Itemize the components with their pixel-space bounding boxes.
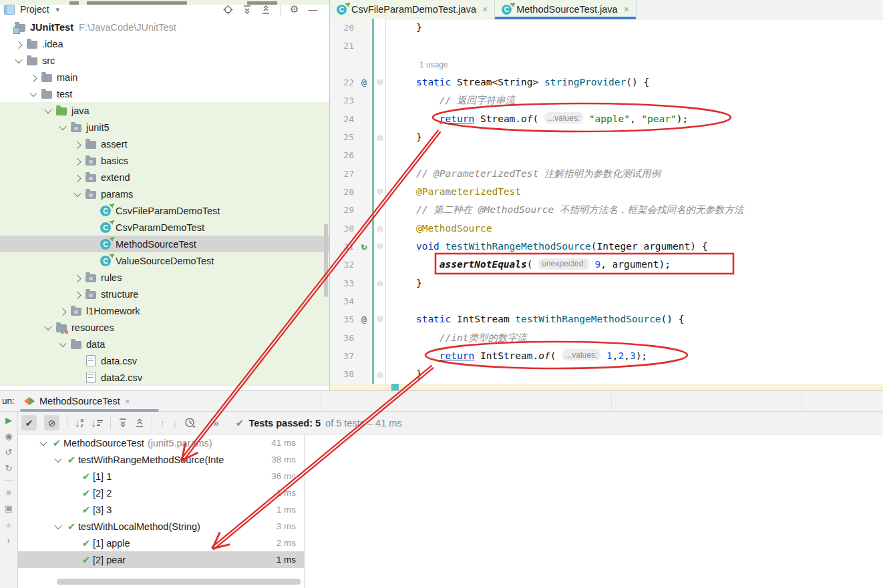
code-line-36[interactable]: 36 //int类型的数字流 — [330, 329, 883, 347]
chevron-right-icon[interactable] — [71, 141, 84, 147]
fold-marker[interactable] — [374, 365, 386, 383]
test-result-testwithlocalmethod-string-[interactable]: ✔testWithLocalMethod(String)3 ms — [18, 518, 304, 535]
chevron-down-icon[interactable] — [51, 457, 65, 463]
code-line-22[interactable]: 22@ static Stream<String> stringProvider… — [330, 73, 883, 91]
code-line-27[interactable]: 27 // @ParameterizedTest 注解指明为参数化测试用例 — [330, 165, 883, 183]
close-icon[interactable]: × — [482, 4, 488, 15]
thread-dump-icon[interactable]: ▣ — [5, 504, 13, 513]
chevron-right-icon[interactable] — [71, 275, 84, 280]
project-tree-item-junittest[interactable]: JUnitTestF:\JavaCode\JUnitTest — [0, 19, 329, 35]
project-tree-item-methodsourcetest[interactable]: CMethodSourceTest — [0, 236, 329, 252]
expand-all-icon[interactable] — [242, 5, 252, 15]
project-tree-item-src[interactable]: src — [0, 52, 329, 69]
chevron-right-icon[interactable] — [71, 158, 84, 164]
tree-horizontal-scrollbar[interactable] — [57, 579, 301, 585]
project-tree-item-csvparamdemotest[interactable]: CCsvParamDemoTest — [0, 219, 329, 236]
code-line-30[interactable]: 30 @MethodSource — [330, 220, 883, 238]
collapse-all-icon[interactable] — [261, 5, 271, 15]
code-line-21[interactable]: 21 — [330, 37, 883, 55]
settings-gear-icon[interactable]: ⚙ — [290, 3, 299, 15]
auto-test-icon[interactable]: ↺ — [5, 448, 13, 457]
test-result--2-pear[interactable]: ✔[2] pear1 ms — [18, 551, 304, 568]
tab-methodsourcetest[interactable]: C MethodSourceTest.java × — [495, 0, 637, 19]
collapse-all-icon[interactable] — [135, 418, 144, 428]
test-result-testwithrangemethodsource-inte[interactable]: ✔testWithRangeMethodSource(Inte38 ms — [18, 451, 304, 468]
tree-console-splitter[interactable] — [304, 434, 305, 588]
code-line-24[interactable]: 24 return Stream.of( ...values: "apple",… — [330, 110, 883, 128]
code-line-38[interactable]: 38 } — [330, 365, 883, 383]
run-tab-methodsourcetest[interactable]: MethodSourceTest × — [20, 391, 134, 411]
repeat-run-icon[interactable]: ↻ — [5, 464, 13, 473]
chevron-down-icon[interactable] — [56, 342, 69, 347]
code-line-33[interactable]: 33 } — [330, 274, 883, 292]
test-result--3-3[interactable]: ✔[3] 31 ms — [18, 501, 304, 518]
project-tree-item--idea[interactable]: .idea — [0, 35, 329, 52]
tab-csvfileparamdemotest[interactable]: C CsvFileParamDemoTest.java × — [330, 0, 495, 19]
chevron-down-icon[interactable] — [12, 58, 25, 63]
sort-alphabetically-icon[interactable]: ↓az — [75, 417, 83, 428]
fold-marker[interactable] — [374, 274, 386, 292]
project-tree-item-resources[interactable]: resources — [0, 319, 329, 336]
chevron-right-icon[interactable] — [12, 41, 25, 47]
code-line-23[interactable]: 23 // 返回字符串流 — [330, 91, 883, 109]
project-tree-item-test[interactable]: test — [0, 85, 329, 102]
test-passed-rerun-icon[interactable]: ↻ — [356, 238, 372, 256]
fold-marker[interactable] — [374, 128, 386, 146]
code-line-26[interactable]: 26 — [330, 146, 883, 164]
project-tree-item-valuesourcedemotest[interactable]: CValueSourceDemoTest — [0, 252, 329, 269]
chevron-right-icon[interactable] — [71, 292, 84, 297]
previous-failed-icon[interactable]: ↑ — [160, 417, 165, 428]
project-tree-item-params[interactable]: params — [0, 186, 329, 202]
chevron-down-icon[interactable] — [27, 91, 40, 97]
fold-marker[interactable] — [374, 183, 386, 201]
project-tree-item-java[interactable]: java — [0, 102, 329, 119]
fold-marker[interactable] — [374, 220, 386, 238]
code-line-20[interactable]: 20 } — [330, 19, 883, 37]
more-actions-icon[interactable]: » — [213, 417, 218, 428]
code-line-32[interactable]: 32 assertNotEquals( unexpected: 9, argum… — [330, 256, 883, 274]
chevron-right-icon[interactable] — [56, 308, 69, 314]
code-line-25[interactable]: 25 } — [330, 128, 883, 146]
chevron-down-icon[interactable] — [71, 192, 84, 197]
project-tree-item-extend[interactable]: extend — [0, 169, 329, 186]
locate-file-icon[interactable] — [223, 5, 233, 15]
code-line-29[interactable]: 29 // 第二种在 @MethodSource 不指明方法名，框架会找同名的无… — [330, 201, 883, 219]
project-tree-item-main[interactable]: main — [0, 69, 329, 85]
test-result--1-1[interactable]: ✔[1] 136 ms — [18, 468, 304, 485]
annotation-gutter-badge[interactable]: @ — [356, 310, 372, 328]
test-result--2-2[interactable]: ✔[2] 21 ms — [18, 485, 304, 501]
project-panel-title[interactable]: Project — [20, 4, 49, 15]
rerun-failed-icon[interactable]: ◉ — [5, 432, 12, 440]
chevron-right-icon[interactable] — [27, 75, 40, 80]
stop-icon[interactable]: ■ — [6, 488, 11, 497]
chevron-down-icon[interactable] — [41, 108, 55, 113]
test-result-methodsourcetest[interactable]: ✔MethodSourceTest(junit5.params)41 ms — [18, 434, 304, 451]
project-tree-item-data[interactable]: data — [0, 336, 329, 352]
usage-hint[interactable]: 1 usage — [393, 60, 448, 69]
chevron-down-icon[interactable] — [56, 125, 69, 130]
project-tree-item-l1homework[interactable]: l1Homework — [0, 302, 329, 319]
project-tree-item-junit5[interactable]: junit5 — [0, 119, 329, 135]
project-tree-item-assert[interactable]: assert — [0, 135, 329, 152]
project-tree-item-basics[interactable]: basics — [0, 152, 329, 169]
project-tree-item-rules[interactable]: rules — [0, 269, 329, 286]
rerun-tests-icon[interactable]: ▶ — [5, 416, 12, 424]
close-icon[interactable]: × — [624, 4, 629, 15]
project-tree-item-data2-csv[interactable]: data2.csv — [0, 369, 329, 386]
code-line-35[interactable]: 35@ static IntStream testWithRangeMethod… — [330, 310, 883, 328]
expand-all-icon[interactable] — [118, 418, 128, 428]
hide-panel-icon[interactable]: — — [308, 4, 317, 15]
show-passed-toggle[interactable]: ✔ — [21, 415, 37, 430]
close-icon[interactable]: × — [125, 396, 130, 406]
code-line-28[interactable]: 28 @ParameterizedTest — [330, 183, 883, 201]
fold-marker[interactable] — [374, 310, 386, 328]
next-failed-icon[interactable]: ↓ — [172, 417, 178, 428]
code-area[interactable]: 20 }211 usage22@ static Stream<String> s… — [330, 19, 883, 384]
chevron-down-icon[interactable] — [51, 524, 65, 529]
code-line-34[interactable]: 34 — [330, 292, 883, 310]
project-tree-item-csvfileparamdemotest[interactable]: CCsvFileParamDemoTest — [0, 202, 329, 219]
fold-marker[interactable] — [374, 73, 386, 91]
sort-by-duration-icon[interactable]: ↓ — [91, 417, 104, 428]
test-history-icon[interactable] — [184, 417, 196, 428]
strip-more-icon[interactable]: › — [7, 536, 10, 545]
